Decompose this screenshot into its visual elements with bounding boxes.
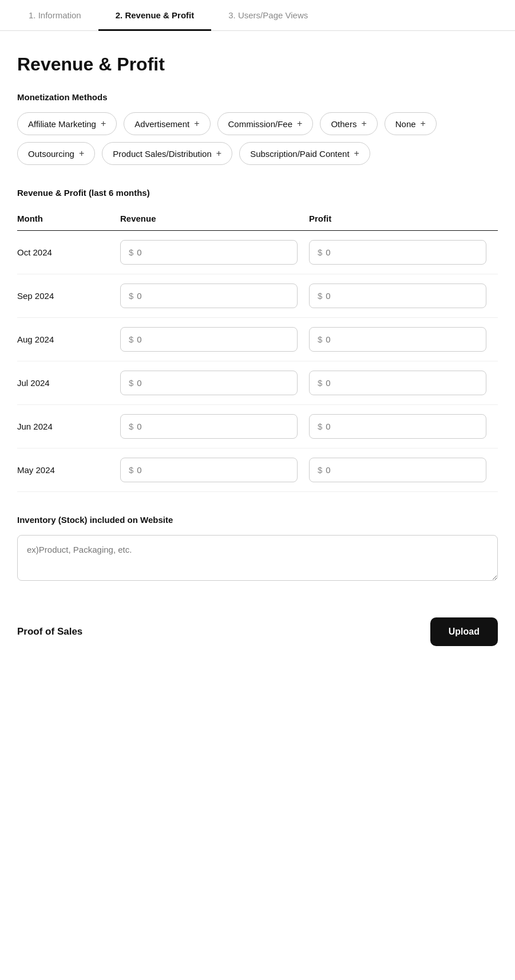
tag-label: Subscription/Paid Content: [250, 149, 349, 159]
col-profit: Profit: [309, 214, 498, 223]
month-label: Jun 2024: [17, 422, 120, 431]
profit-input-wrapper-aug: $: [309, 327, 486, 352]
tag-plus: +: [361, 119, 366, 129]
revenue-input-may[interactable]: [137, 465, 289, 475]
tab-revenue-profit[interactable]: 2. Revenue & Profit: [98, 0, 212, 30]
page-title: Revenue & Profit: [17, 54, 498, 75]
proof-of-sales-section: Proof of Sales Upload: [17, 606, 498, 646]
dollar-sign: $: [129, 422, 133, 431]
monetization-section: Monetization Methods Affiliate Marketing…: [17, 92, 498, 165]
tab-users-page-views[interactable]: 3. Users/Page Views: [211, 0, 325, 30]
profit-input-wrapper-oct: $: [309, 240, 486, 265]
month-label: Aug 2024: [17, 334, 120, 344]
proof-of-sales-label: Proof of Sales: [17, 626, 82, 637]
table-row: Jun 2024 $ $: [17, 405, 498, 448]
revenue-input-jun[interactable]: [137, 422, 289, 431]
tag-label: Product Sales/Distribution: [113, 149, 212, 159]
dollar-sign: $: [129, 334, 133, 344]
revenue-input-sep[interactable]: [137, 291, 289, 301]
upload-button[interactable]: Upload: [430, 617, 498, 646]
profit-input-sep[interactable]: [326, 291, 478, 301]
tag-others[interactable]: Others +: [320, 112, 377, 135]
tag-label: Affiliate Marketing: [28, 119, 96, 129]
tag-product-sales[interactable]: Product Sales/Distribution +: [102, 142, 232, 165]
revenue-input-wrapper-jul: $: [120, 371, 298, 395]
tab-navigation: 1. Information 2. Revenue & Profit 3. Us…: [0, 0, 515, 31]
main-content: Revenue & Profit Monetization Methods Af…: [0, 31, 515, 669]
dollar-sign: $: [318, 334, 322, 344]
profit-input-oct[interactable]: [326, 247, 478, 257]
dollar-sign: $: [129, 247, 133, 257]
dollar-sign: $: [318, 422, 322, 431]
tag-plus: +: [79, 148, 84, 159]
profit-input-jun[interactable]: [326, 422, 478, 431]
revenue-input-wrapper-oct: $: [120, 240, 298, 265]
table-row: Jul 2024 $ $: [17, 361, 498, 405]
tag-affiliate-marketing[interactable]: Affiliate Marketing +: [17, 112, 117, 135]
tag-advertisement[interactable]: Advertisement +: [124, 112, 210, 135]
profit-input-wrapper-jun: $: [309, 414, 486, 439]
tag-plus: +: [421, 119, 426, 129]
table-row: Oct 2024 $ $: [17, 231, 498, 274]
month-label: Sep 2024: [17, 291, 120, 301]
tag-plus: +: [101, 119, 106, 129]
tag-label: Outsourcing: [28, 149, 74, 159]
table-row: May 2024 $ $: [17, 448, 498, 492]
profit-input-wrapper-jul: $: [309, 371, 486, 395]
col-revenue: Revenue: [120, 214, 309, 223]
month-label: Oct 2024: [17, 247, 120, 257]
profit-input-aug[interactable]: [326, 334, 478, 344]
tag-plus: +: [354, 148, 359, 159]
dollar-sign: $: [129, 378, 133, 388]
table-row: Aug 2024 $ $: [17, 318, 498, 361]
profit-input-jul[interactable]: [326, 378, 478, 388]
tag-subscription[interactable]: Subscription/Paid Content +: [239, 142, 370, 165]
monetization-label: Monetization Methods: [17, 92, 498, 102]
revenue-input-aug[interactable]: [137, 334, 289, 344]
tag-plus: +: [194, 119, 199, 129]
profit-input-wrapper-may: $: [309, 458, 486, 482]
tag-label: None: [395, 119, 416, 129]
tags-container: Affiliate Marketing + Advertisement + Co…: [17, 112, 498, 165]
revenue-section-label: Revenue & Profit (last 6 months): [17, 188, 498, 198]
dollar-sign: $: [318, 247, 322, 257]
month-label: Jul 2024: [17, 378, 120, 388]
inventory-textarea[interactable]: [17, 535, 498, 581]
profit-input-may[interactable]: [326, 465, 478, 475]
tag-commission-fee[interactable]: Commission/Fee +: [217, 112, 314, 135]
profit-input-wrapper-sep: $: [309, 284, 486, 308]
col-month: Month: [17, 214, 120, 223]
tag-label: Advertisement: [134, 119, 189, 129]
revenue-input-jul[interactable]: [137, 378, 289, 388]
revenue-input-wrapper-aug: $: [120, 327, 298, 352]
revenue-table: Month Revenue Profit Oct 2024 $ $ Sep 20…: [17, 208, 498, 492]
month-label: May 2024: [17, 465, 120, 475]
revenue-input-wrapper-jun: $: [120, 414, 298, 439]
dollar-sign: $: [318, 291, 322, 301]
dollar-sign: $: [129, 465, 133, 475]
tag-label: Commission/Fee: [228, 119, 293, 129]
revenue-input-oct[interactable]: [137, 247, 289, 257]
inventory-label: Inventory (Stock) included on Website: [17, 515, 498, 525]
revenue-section: Revenue & Profit (last 6 months) Month R…: [17, 188, 498, 492]
tag-plus: +: [216, 148, 221, 159]
revenue-input-wrapper-may: $: [120, 458, 298, 482]
tag-outsourcing[interactable]: Outsourcing +: [17, 142, 95, 165]
tag-none[interactable]: None +: [385, 112, 437, 135]
inventory-section: Inventory (Stock) included on Website: [17, 515, 498, 583]
dollar-sign: $: [129, 291, 133, 301]
revenue-input-wrapper-sep: $: [120, 284, 298, 308]
dollar-sign: $: [318, 378, 322, 388]
tab-information[interactable]: 1. Information: [11, 0, 98, 30]
tag-label: Others: [331, 119, 356, 129]
table-row: Sep 2024 $ $: [17, 274, 498, 318]
tag-plus: +: [297, 119, 302, 129]
table-header: Month Revenue Profit: [17, 208, 498, 231]
dollar-sign: $: [318, 465, 322, 475]
